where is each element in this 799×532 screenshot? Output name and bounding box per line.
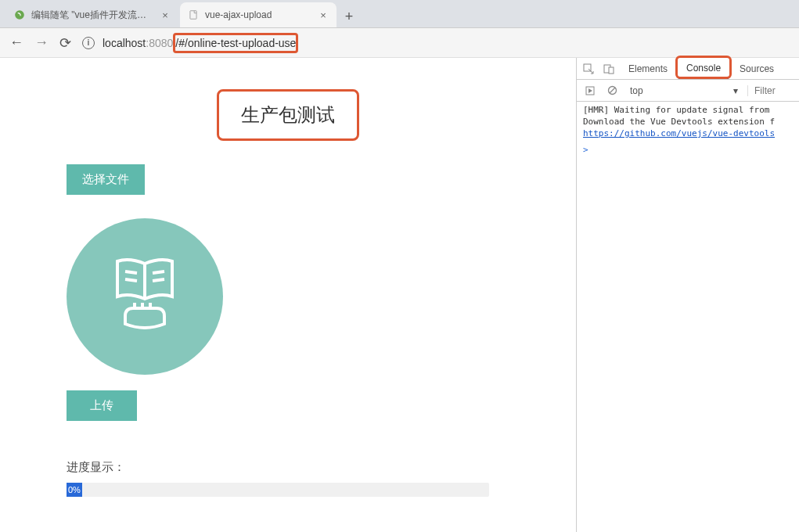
url-path-highlight: /#/online-test-upload-use (173, 33, 298, 53)
book-hand-icon (102, 250, 188, 343)
reload-button[interactable]: ⟳ (59, 34, 71, 52)
console-filter-bar: top ▾ (577, 80, 799, 102)
url-port: :8080 (146, 37, 173, 49)
devtools-panel: Elements Console Sources top ▾ [HMR] Wai… (576, 58, 799, 532)
svg-rect-9 (609, 67, 614, 74)
clear-icon[interactable] (603, 82, 621, 99)
back-button[interactable]: ← (9, 34, 23, 51)
chevron-down-icon: ▾ (733, 85, 738, 96)
tab-sources[interactable]: Sources (732, 59, 782, 78)
console-output: [HMR] Waiting for update signal from Dow… (577, 102, 799, 532)
upload-button[interactable]: 上传 (67, 390, 137, 421)
cnblogs-icon (14, 9, 25, 20)
page-icon (188, 9, 199, 20)
tab-inactive[interactable]: 编辑随笔 "vue插件开发流程详解 × (6, 2, 178, 27)
tab-title: 编辑随笔 "vue插件开发流程详解 (31, 9, 155, 22)
svg-line-12 (610, 88, 615, 93)
progress-label: 进度显示： (67, 460, 509, 475)
browser-tabs: 编辑随笔 "vue插件开发流程详解 × vue-ajax-upload × + (0, 0, 799, 28)
log-entry: [HMR] Waiting for update signal from (583, 105, 793, 115)
play-icon[interactable] (581, 82, 599, 99)
progress-bar: 0% (67, 483, 489, 497)
file-preview-image (67, 218, 223, 375)
close-icon[interactable]: × (318, 9, 329, 20)
close-icon[interactable]: × (160, 9, 171, 20)
new-tab-button[interactable]: + (338, 5, 360, 27)
forward-button: → (34, 34, 49, 51)
address-bar[interactable]: i localhost:8080/#/online-test-upload-us… (82, 33, 790, 53)
inspect-icon[interactable] (580, 60, 597, 77)
tab-active[interactable]: vue-ajax-upload × (180, 2, 337, 27)
tab-elements[interactable]: Elements (621, 59, 675, 78)
svg-line-4 (125, 279, 137, 281)
svg-rect-1 (190, 11, 196, 20)
svg-point-0 (15, 10, 24, 20)
progress-section: 进度显示： 0% (67, 460, 509, 497)
log-entry: Download the Vue Devtools extension f (583, 117, 793, 127)
progress-value: 0% (67, 483, 82, 497)
svg-line-5 (153, 271, 164, 273)
page-title: 生产包测试 (241, 102, 335, 128)
tab-console[interactable]: Console (678, 59, 729, 79)
log-link[interactable]: https://github.com/vuejs/vue-devtools (583, 128, 775, 138)
svg-line-6 (153, 279, 164, 281)
console-prompt[interactable]: > (583, 145, 793, 155)
devtools-tabs: Elements Console Sources (577, 58, 799, 80)
page-title-highlight: 生产包测试 (217, 89, 359, 141)
page-viewport: 生产包测试 选择文件 上传 进度显示： (0, 58, 576, 532)
info-icon[interactable]: i (82, 37, 95, 49)
browser-toolbar: ← → ⟳ i localhost:8080/#/online-test-upl… (0, 28, 799, 58)
filter-input[interactable] (747, 85, 794, 96)
context-dropdown[interactable]: top ▾ (625, 85, 743, 96)
tab-title: vue-ajax-upload (205, 9, 313, 20)
url-host: localhost (103, 37, 146, 49)
svg-line-3 (125, 271, 137, 273)
device-icon[interactable] (600, 60, 617, 77)
select-file-button[interactable]: 选择文件 (67, 164, 145, 195)
